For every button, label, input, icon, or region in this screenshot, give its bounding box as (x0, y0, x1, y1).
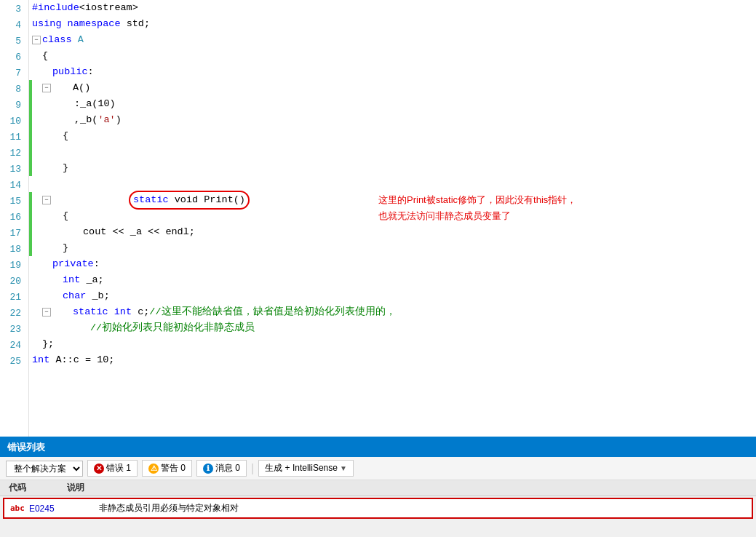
code-line-18: } (29, 240, 756, 256)
warning-icon: ⚠ (148, 464, 159, 474)
filter-select[interactable]: 整个解决方案 (6, 461, 83, 477)
annotation-line16: 也就无法访问非静态成员变量了 (378, 208, 511, 224)
code-line-13: } (29, 160, 756, 176)
error-count-label: 错误 1 (106, 462, 131, 474)
code-line-12 (29, 144, 756, 160)
code-line-7: public: (29, 64, 756, 80)
error-table: 代码 说明 abc E0245 非静态成员引用必须与特定对象相对 (0, 480, 756, 537)
code-line-23: //初始化列表只能初始化非静态成员 (29, 320, 756, 336)
error-panel: 错误列表 整个解决方案 ✕ 错误 1 ⚠ 警告 0 ℹ 消息 0 | 生成 + … (0, 437, 756, 537)
dropdown-arrow-icon: ▼ (340, 464, 347, 472)
generate-button[interactable]: 生成 + IntelliSense ▼ (258, 460, 354, 477)
info-count-label: 消息 0 (215, 462, 240, 474)
warning-count-label: 警告 0 (161, 462, 186, 474)
code-line-11: { (29, 128, 756, 144)
collapse-btn-22[interactable]: − (42, 308, 51, 317)
warning-count-button[interactable]: ⚠ 警告 0 (142, 460, 192, 477)
separator: | (251, 462, 254, 475)
annotation-line15: 这里的Print被static修饰了，因此没有this指针， (378, 192, 741, 208)
info-icon: ℹ (203, 464, 213, 474)
col-header-code: 代码 (3, 482, 61, 494)
code-line-25: int A::c = 10; (29, 352, 756, 368)
collapse-btn-5[interactable]: − (32, 36, 41, 44)
generate-label: 生成 + IntelliSense (265, 462, 338, 474)
line-numbers: 3 4 5 6 7 8 9 10 11 12 13 14 15 16 17 18… (0, 0, 29, 437)
info-count-button[interactable]: ℹ 消息 0 (196, 460, 247, 477)
code-line-22: − static int c;//这里不能给缺省值，缺省值是给初始化列表使用的， (29, 304, 756, 320)
collapse-btn-15[interactable]: − (42, 196, 51, 204)
error-description: 非静态成员引用必须与特定对象相对 (99, 502, 746, 514)
code-line-10: ,_b('a') (29, 112, 756, 128)
code-lines: #include<iostream> using namespace std; … (29, 0, 756, 437)
error-row[interactable]: abc E0245 非静态成员引用必须与特定对象相对 (3, 498, 753, 519)
code-line-21: char _b; (29, 288, 756, 304)
code-line-19: private: (29, 256, 756, 272)
code-line-20: int _a; (29, 272, 756, 288)
error-panel-header: 错误列表 (0, 438, 756, 457)
code-line-9: :_a(10) (29, 96, 756, 112)
code-line-4: using namespace std; (29, 16, 756, 32)
code-line-8: − A() (29, 80, 756, 96)
error-row-icon: abc (10, 504, 25, 513)
col-header-desc: 说明 (61, 482, 753, 494)
error-count-button[interactable]: ✕ 错误 1 (87, 460, 138, 477)
code-line-16: { 也就无法访问非静态成员变量了 (29, 208, 756, 224)
error-table-header: 代码 说明 (0, 480, 756, 496)
error-icon: ✕ (94, 464, 104, 474)
code-line-5: − class A (29, 32, 756, 48)
error-panel-title: 错误列表 (7, 441, 45, 454)
code-line-3: #include<iostream> (29, 0, 756, 16)
code-line-24: }; (29, 336, 756, 352)
editor-area: 3 4 5 6 7 8 9 10 11 12 13 14 15 16 17 18… (0, 0, 756, 437)
collapse-btn-8[interactable]: − (42, 84, 51, 92)
code-line-15: − static void Print() 这里的Print被static修饰了… (29, 192, 756, 208)
error-toolbar: 整个解决方案 ✕ 错误 1 ⚠ 警告 0 ℹ 消息 0 | 生成 + Intel… (0, 457, 756, 480)
error-code: E0245 (29, 504, 87, 514)
code-line-17: cout << _a << endl; (29, 224, 756, 240)
code-line-6: { (29, 48, 756, 64)
